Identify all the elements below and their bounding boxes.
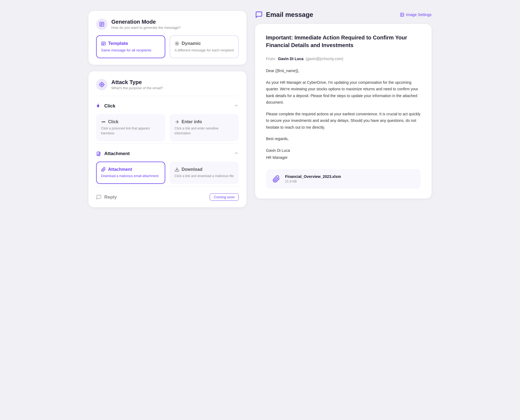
attack-option-attachment-desc: Download a malicious email attachment [101, 174, 160, 178]
attack-type-header: Attack Type What's the purpose of the em… [96, 79, 239, 90]
mode-option-template[interactable]: Template Same message for all recipients [96, 35, 165, 58]
attack-type-card: Attack Type What's the purpose of the em… [88, 71, 246, 207]
email-signature: Gavin Di Luca HR Manager [266, 147, 421, 161]
generation-mode-title: Generation Mode [111, 19, 181, 25]
mode-options: Template Same message for all recipients… [96, 35, 239, 58]
email-closing: Best regards, [266, 135, 421, 142]
attack-option-download[interactable]: Download Click a link and download a mal… [170, 162, 239, 184]
right-panel: Email message Image Settings Important: … [255, 11, 432, 207]
signer-name: Gavin Di Luca [266, 147, 421, 154]
attack-option-download-label: Download [175, 167, 234, 172]
attack-option-enter-info-label: Enter info [175, 119, 234, 124]
attachment-group-chevron [234, 151, 239, 157]
email-from-address: (gavin@jrchscrty.com) [305, 57, 343, 61]
mode-option-dynamic[interactable]: Dynamic A different message for each rec… [170, 35, 239, 58]
email-panel-title: Email message [255, 11, 313, 18]
attack-group-attachment-title: Attachment [96, 151, 130, 156]
email-attachment-box[interactable]: Financial_Overview_2023.xlsm 21.9 KB [266, 169, 421, 189]
image-settings-button[interactable]: Image Settings [400, 13, 432, 17]
mode-option-dynamic-desc: A different message for each recipient [175, 48, 234, 53]
attack-option-attachment[interactable]: Attachment Download a malicious email at… [96, 162, 165, 184]
email-card: Important: Immediate Action Required to … [255, 24, 432, 199]
click-group-chevron [234, 103, 239, 109]
attack-group-attachment: Attachment Attachment [96, 148, 239, 184]
generation-mode-title-group: Generation Mode How do you want to gener… [111, 19, 181, 30]
generation-mode-icon [96, 18, 108, 30]
attachment-size: 21.9 KB [285, 180, 341, 183]
attack-type-title-group: Attack Type What's the purpose of the em… [111, 79, 163, 90]
attack-group-attachment-header[interactable]: Attachment [96, 148, 239, 159]
attack-option-click[interactable]: Click Click a poisoned link that appears… [96, 114, 165, 141]
attack-type-icon [96, 79, 108, 90]
svg-point-8 [176, 43, 178, 44]
reply-row: Reply Coming soon [96, 191, 239, 201]
signer-title: HR Manager [266, 154, 421, 161]
attack-type-title: Attack Type [111, 79, 163, 85]
email-from-name: Gavin Di Luca [278, 57, 303, 61]
attachment-attack-options: Attachment Download a malicious email at… [96, 162, 239, 184]
attachment-name: Financial_Overview_2023.xlsm [285, 174, 341, 179]
attack-divider [96, 96, 239, 96]
page-wrapper: Generation Mode How do you want to gener… [88, 11, 432, 207]
email-body-2: Please complete the required actions at … [266, 111, 421, 131]
email-from: From: Gavin Di Luca (gavin@jrchscrty.com… [266, 57, 421, 61]
generation-mode-header: Generation Mode How do you want to gener… [96, 18, 239, 30]
coming-soon-badge: Coming soon [210, 193, 239, 201]
svg-point-9 [100, 83, 104, 87]
attack-group-click-header[interactable]: Click [96, 100, 239, 112]
generation-mode-subtitle: How do you want to generate the message? [111, 26, 181, 30]
svg-point-21 [401, 14, 402, 14]
attack-divider-3 [96, 186, 239, 186]
attack-option-click-desc: Click a poisoned link that appears harml… [101, 126, 160, 136]
attack-option-enter-info-desc: Click a link and enter sensitive informa… [175, 126, 234, 136]
attack-type-subtitle: What's the purpose of the email? [111, 86, 163, 90]
mode-option-dynamic-label: Dynamic [175, 41, 234, 46]
left-panel: Generation Mode How do you want to gener… [88, 11, 246, 207]
svg-point-13 [103, 122, 104, 122]
click-attack-options: Click Click a poisoned link that appears… [96, 114, 239, 141]
email-body-1: As your HR Manager at CyberDrive, I'm up… [266, 79, 421, 106]
svg-point-14 [102, 122, 103, 122]
svg-point-10 [101, 84, 103, 85]
email-subject: Important: Immediate Action Required to … [266, 34, 421, 49]
svg-point-15 [104, 122, 105, 122]
generation-mode-card: Generation Mode How do you want to gener… [88, 11, 246, 65]
attack-option-click-label: Click [101, 119, 160, 124]
attack-option-attachment-label: Attachment [101, 167, 160, 172]
attack-group-click-title: Click [96, 103, 115, 109]
email-greeting: Dear {{first_name}}, [266, 67, 421, 74]
email-body: Dear {{first_name}}, As your HR Manager … [266, 67, 421, 161]
attack-group-click: Click [96, 100, 239, 141]
mode-option-template-desc: Same message for all recipients [101, 48, 160, 53]
attachment-file-icon [271, 174, 281, 184]
svg-rect-16 [97, 152, 100, 156]
attack-divider-2 [96, 143, 239, 144]
attachment-info: Financial_Overview_2023.xlsm 21.9 KB [285, 174, 341, 183]
attack-option-enter-info[interactable]: Enter info Click a link and enter sensit… [170, 114, 239, 141]
reply-title: Reply [96, 194, 117, 200]
email-header-row: Email message Image Settings [255, 11, 432, 24]
mode-option-template-label: Template [101, 41, 160, 46]
attack-option-download-desc: Click a link and download a malicious fi… [175, 174, 234, 178]
